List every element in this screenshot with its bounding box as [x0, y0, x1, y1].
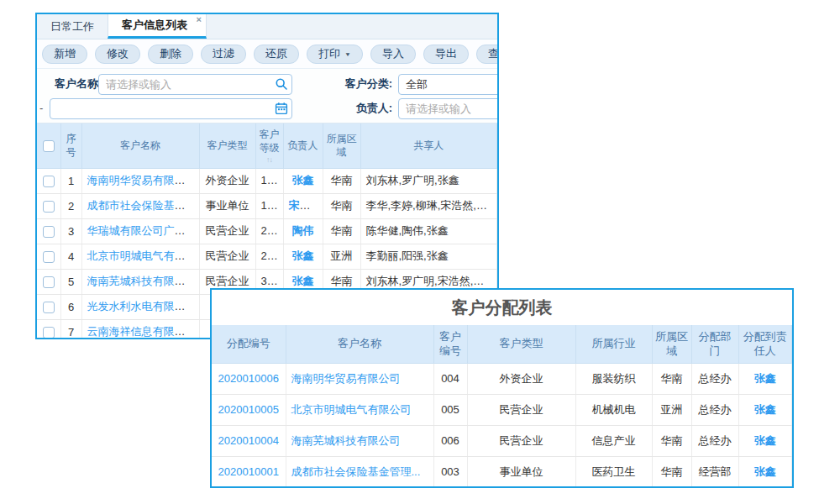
header-shared: 共享人 — [360, 123, 497, 168]
owner-link[interactable]: 张鑫 — [292, 275, 314, 287]
chevron-down-icon: ▼ — [344, 50, 351, 56]
allocation-id-link[interactable]: 2020010001 — [218, 465, 279, 478]
select-all-checkbox[interactable] — [43, 140, 55, 152]
customer-level: 1星 — [255, 168, 283, 193]
customer-category-label: 客户分类: — [308, 74, 392, 94]
owner-link[interactable]: 张鑫 — [292, 249, 314, 262]
customer-no: 005 — [433, 394, 467, 425]
customer-name-input[interactable] — [98, 74, 292, 95]
row-checkbox[interactable] — [43, 176, 55, 187]
header-no: 序号 — [60, 123, 81, 168]
customer-type: 事业单位 — [199, 193, 255, 218]
row-checkbox[interactable] — [43, 276, 55, 288]
tab-customer-info-list[interactable]: 客户信息列表 × — [108, 14, 207, 39]
allocation-table: 分配编号 客户名称 客户编号 客户类型 所属行业 所属区域 分配部门 分配到责任… — [212, 325, 792, 488]
allocation-id-link[interactable]: 2020010004 — [218, 434, 279, 447]
filter-area: 客户名称: 客户分类: - 负责人: — [37, 69, 497, 123]
customer-level: 2星 — [255, 244, 283, 269]
customer-level: 2星 — [255, 218, 283, 244]
close-icon[interactable]: × — [197, 15, 202, 24]
customer-no: 003 — [433, 456, 467, 487]
header-industry: 所属行业 — [575, 325, 652, 363]
tab-bar: 日常工作 客户信息列表 × — [37, 14, 497, 39]
row-no: 7 — [60, 319, 81, 339]
delete-button[interactable]: 删除 — [148, 45, 193, 64]
customer-category-select[interactable] — [398, 74, 499, 95]
customer-name-link[interactable]: 海南明华贸易有限公司 — [291, 372, 401, 385]
row-no: 3 — [60, 218, 81, 244]
header-customer-level: 客户等级 ↑↓ — [255, 123, 283, 168]
assignee-link[interactable]: 张鑫 — [754, 434, 776, 447]
customer-type: 民营企业 — [199, 244, 255, 269]
print-button[interactable]: 打印 ▼ — [307, 45, 363, 64]
customer-name-link[interactable]: 成都市社会保险基金管理... — [87, 199, 200, 212]
header-allocation-dept: 分配部门 — [691, 325, 738, 363]
restore-button[interactable]: 还原 — [254, 45, 299, 64]
edit-button[interactable]: 修改 — [95, 45, 140, 64]
tab-label: 客户信息列表 — [122, 18, 187, 33]
customer-name-link[interactable]: 成都市社会保险基金管理... — [291, 465, 421, 478]
allocation-table-header-row: 分配编号 客户名称 客户编号 客户类型 所属行业 所属区域 分配部门 分配到责任… — [212, 325, 792, 363]
customer-name-link[interactable]: 海南芜城科技有限公司 — [87, 275, 197, 287]
header-customer-type: 客户类型 — [467, 325, 575, 363]
import-button[interactable]: 导入 — [370, 45, 416, 64]
customer-name-link[interactable]: 北京市明城电气有限公司 — [291, 403, 412, 416]
shared-people: 刘东林,罗广明,张鑫 — [360, 168, 497, 193]
industry: 信息产业 — [575, 425, 652, 456]
region: 华南 — [323, 193, 360, 218]
assignee-link[interactable]: 张鑫 — [754, 372, 776, 385]
header-select-all — [37, 123, 60, 168]
customer-name-link[interactable]: 光发水利水电有限公司 — [87, 300, 197, 312]
toolbar: 新增 修改 删除 过滤 还原 打印 ▼ 导入 导出 查看日志 — [37, 39, 497, 69]
table-row: 2020010001 成都市社会保险基金管理... 003 事业单位 医药卫生 … — [212, 456, 792, 487]
customer-name-link[interactable]: 海南芜城科技有限公司 — [291, 434, 401, 447]
row-checkbox[interactable] — [43, 302, 55, 313]
header-customer-type: 客户类型 — [199, 123, 255, 168]
header-customer-no: 客户编号 — [433, 325, 467, 363]
row-checkbox[interactable] — [43, 201, 55, 213]
allocation-id-link[interactable]: 2020010006 — [218, 372, 279, 385]
row-no: 5 — [60, 269, 81, 294]
sort-icon[interactable]: ↑↓ — [258, 156, 281, 164]
customer-name-link[interactable]: 华瑞城有限公司广告设计部 — [87, 224, 200, 237]
header-region: 所属区域 — [323, 123, 360, 168]
row-no: 4 — [60, 244, 81, 269]
customer-name-label: 客户名称: — [55, 74, 102, 94]
owner-link[interactable]: 张鑫 — [292, 174, 314, 186]
row-checkbox[interactable] — [43, 226, 55, 238]
region: 亚洲 — [652, 394, 691, 425]
tab-daily-work[interactable]: 日常工作 — [37, 14, 108, 39]
filter-button[interactable]: 过滤 — [201, 45, 246, 64]
table-row: 2 成都市社会保险基金管理... 事业单位 1星 宋浩然 华南 李华,李婷,柳琳… — [37, 193, 497, 218]
header-owner: 负责人 — [283, 123, 323, 168]
export-button[interactable]: 导出 — [423, 45, 469, 64]
customer-name-link[interactable]: 海南明华贸易有限公司 — [87, 174, 197, 186]
region: 亚洲 — [323, 244, 360, 269]
owner-label: 负责人: — [308, 98, 392, 118]
table-row: 2020010006 海南明华贸易有限公司 004 外资企业 服装纺织 华南 总… — [212, 363, 792, 394]
add-button[interactable]: 新增 — [42, 45, 87, 64]
customer-type: 事业单位 — [467, 456, 575, 487]
print-label: 打印 — [318, 46, 340, 61]
owner-link[interactable]: 宋浩然 — [289, 199, 322, 212]
assignee-link[interactable]: 张鑫 — [754, 465, 776, 478]
header-allocation-id: 分配编号 — [212, 325, 286, 363]
view-log-button[interactable]: 查看日志 — [476, 45, 499, 64]
row-checkbox[interactable] — [43, 251, 55, 263]
customer-type: 外资企业 — [199, 168, 255, 193]
assignee-link[interactable]: 张鑫 — [754, 403, 776, 416]
owner-input[interactable] — [398, 98, 499, 119]
calendar-icon[interactable] — [275, 102, 288, 115]
search-icon[interactable] — [275, 77, 288, 91]
customer-type: 民营企业 — [467, 394, 575, 425]
row-checkbox[interactable] — [43, 327, 55, 339]
allocation-id-link[interactable]: 2020010005 — [218, 403, 279, 416]
customer-no: 004 — [433, 363, 467, 394]
region: 华南 — [652, 456, 691, 487]
customer-name-link[interactable]: 云南海祥信息有限公司 — [87, 325, 197, 338]
industry: 服装纺织 — [575, 363, 652, 394]
date-input[interactable] — [50, 98, 292, 119]
region: 华南 — [323, 168, 360, 193]
customer-name-link[interactable]: 北京市明城电气有限公司 — [87, 249, 200, 262]
owner-link[interactable]: 陶伟 — [292, 224, 314, 237]
